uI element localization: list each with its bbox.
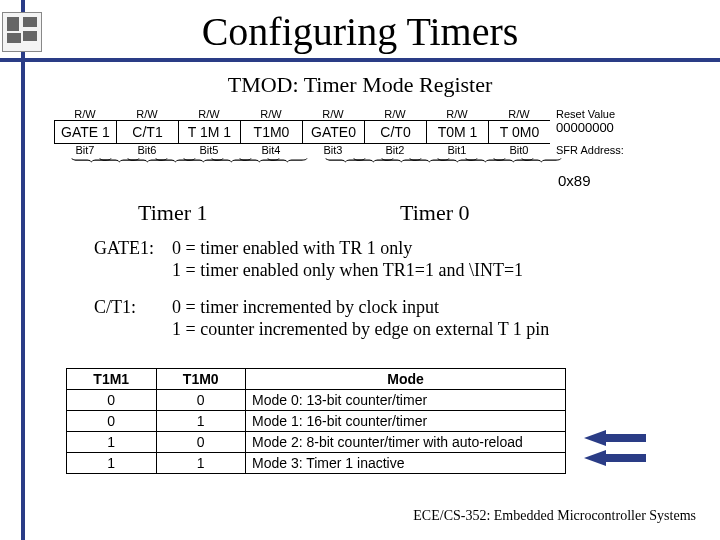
- reset-value: 00000000: [550, 120, 666, 144]
- arrow-left-icon: [584, 450, 606, 466]
- bit-name: T1M0: [240, 120, 302, 144]
- mode-m1: 1: [67, 432, 157, 453]
- rw-row: R/W R/W R/W R/W R/W R/W R/W R/W Reset Va…: [54, 108, 666, 120]
- arrow-left-icon: [584, 430, 606, 446]
- ct1-line2: 1 = counter incremented by edge on exter…: [172, 319, 654, 341]
- accent-bar-horizontal: [0, 58, 720, 62]
- rw-cell: R/W: [302, 108, 364, 120]
- table-row: T1M1 T1M0 Mode: [67, 369, 566, 390]
- page-subtitle: TMOD: Timer Mode Register: [0, 72, 720, 98]
- table-row: 1 0 Mode 2: 8-bit counter/timer with aut…: [67, 432, 566, 453]
- bit-name: T 1M 1: [178, 120, 240, 144]
- gate1-key: GATE1:: [94, 238, 172, 281]
- ct1-definition: C/T1: 0 = timer incremented by clock inp…: [94, 297, 654, 340]
- table-row: 0 0 Mode 0: 13-bit counter/timer: [67, 390, 566, 411]
- mode-m1: 1: [67, 453, 157, 474]
- rw-cell: R/W: [116, 108, 178, 120]
- mode-m0: 1: [156, 453, 246, 474]
- gate1-line2: 1 = timer enabled only when TR1=1 and \I…: [172, 260, 654, 282]
- mode-desc: Mode 2: 8-bit counter/timer with auto-re…: [246, 432, 566, 453]
- timer1-label: Timer 1: [138, 200, 207, 226]
- rw-cell: R/W: [54, 108, 116, 120]
- mode-m1: 0: [67, 390, 157, 411]
- rw-cell: R/W: [488, 108, 550, 120]
- gate1-line1: 0 = timer enabled with TR 1 only: [172, 238, 654, 260]
- bit-name: GATE 1: [54, 120, 116, 144]
- mode-m0: 0: [156, 432, 246, 453]
- mode-desc: Mode 1: 16-bit counter/timer: [246, 411, 566, 432]
- mode-header-t1m0: T1M0: [156, 369, 246, 390]
- rw-cell: R/W: [240, 108, 302, 120]
- rw-cell: R/W: [178, 108, 240, 120]
- sfr-address-label: SFR Address:: [550, 144, 666, 156]
- rw-cell: R/W: [364, 108, 426, 120]
- page-title: Configuring Timers: [0, 8, 720, 55]
- bit-name: T0M 1: [426, 120, 488, 144]
- mode-header-t1m1: T1M1: [67, 369, 157, 390]
- bit-name-row: GATE 1 C/T1 T 1M 1 T1M0 GATE0 C/T0 T0M 1…: [54, 120, 666, 144]
- mode-m1: 0: [67, 411, 157, 432]
- mode-desc: Mode 3: Timer 1 inactive: [246, 453, 566, 474]
- bit-name: GATE0: [302, 120, 364, 144]
- bit-name: C/T0: [364, 120, 426, 144]
- timer0-label: Timer 0: [400, 200, 469, 226]
- mode-m0: 1: [156, 411, 246, 432]
- ct1-key: C/T1:: [94, 297, 172, 340]
- table-row: 0 1 Mode 1: 16-bit counter/timer: [67, 411, 566, 432]
- table-row: 1 1 Mode 3: Timer 1 inactive: [67, 453, 566, 474]
- mode-m0: 0: [156, 390, 246, 411]
- course-footer: ECE/CS-352: Embedded Microcontroller Sys…: [413, 508, 696, 524]
- ct1-line1: 0 = timer incremented by clock input: [172, 297, 654, 319]
- bit-definitions: GATE1: 0 = timer enabled with TR 1 only …: [94, 238, 654, 356]
- bit-name: C/T1: [116, 120, 178, 144]
- sfr-address-value: 0x89: [558, 172, 591, 189]
- mode-table: T1M1 T1M0 Mode 0 0 Mode 0: 13-bit counte…: [66, 368, 566, 474]
- slide: Configuring Timers TMOD: Timer Mode Regi…: [0, 0, 720, 540]
- reset-value-label: Reset Value: [550, 108, 666, 120]
- mode-desc: Mode 0: 13-bit counter/timer: [246, 390, 566, 411]
- rw-cell: R/W: [426, 108, 488, 120]
- mode-header-mode: Mode: [246, 369, 566, 390]
- bit-name: T 0M0: [488, 120, 550, 144]
- brace-timer0-icon: ︸︸︸︸︸︸︸︸: [324, 148, 548, 176]
- brace-timer1-icon: ︸︸︸︸︸︸︸︸: [70, 148, 294, 176]
- gate1-definition: GATE1: 0 = timer enabled with TR 1 only …: [94, 238, 654, 281]
